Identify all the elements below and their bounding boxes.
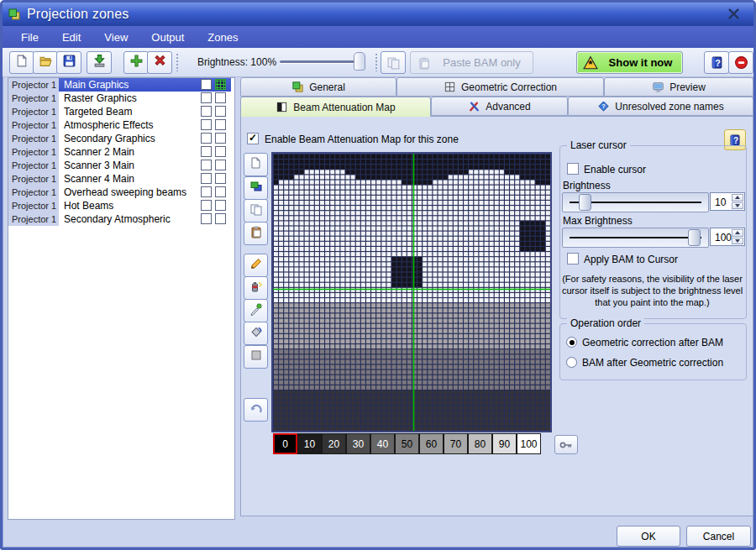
zone-checkbox-bam[interactable]	[215, 119, 226, 130]
palette-swatch[interactable]: 90	[492, 433, 517, 454]
zone-row[interactable]: Projector 1 Main Graphics	[8, 78, 234, 92]
zone-checkbox-bam[interactable]	[215, 160, 226, 170]
operation-order-option[interactable]: Geometric correction after BAM	[560, 334, 746, 354]
zone-row[interactable]: Projector 1 Targeted Beam	[8, 105, 234, 118]
tab-general[interactable]: General	[240, 77, 396, 97]
palette-swatch[interactable]: 60	[419, 433, 444, 454]
palette-swatch[interactable]: 70	[444, 433, 468, 454]
zone-checkbox-bam[interactable]	[215, 133, 226, 144]
pencil-tool-button[interactable]	[244, 254, 268, 277]
zone-checkbox-1[interactable]	[201, 106, 212, 117]
cancel-button[interactable]: Cancel	[686, 526, 751, 547]
copy-map-button[interactable]	[244, 199, 268, 223]
new-button[interactable]	[9, 51, 34, 74]
zone-checkbox-bam[interactable]	[215, 213, 226, 224]
undo-button[interactable]	[244, 398, 268, 422]
zone-checkbox-1[interactable]	[201, 173, 212, 184]
zone-row[interactable]: Projector 1 Atmospheric Effects	[8, 118, 234, 132]
toolbar-help-button[interactable]: ?	[704, 51, 729, 74]
add-zone-button[interactable]	[123, 51, 149, 74]
zone-checkbox-bam[interactable]	[215, 106, 226, 117]
cursor-brightness-thumb[interactable]	[579, 194, 591, 211]
paste-map-button[interactable]	[244, 222, 268, 245]
zone-checkbox-1[interactable]	[201, 200, 212, 211]
rectangle-tool-button[interactable]	[244, 345, 268, 369]
zone-checkbox-1[interactable]	[201, 133, 212, 144]
zone-row[interactable]: Projector 1 Scanner 3 Main	[8, 159, 234, 172]
radio-button[interactable]	[566, 357, 577, 368]
max-brightness-thumb[interactable]	[688, 229, 701, 246]
cursor-brightness-slider[interactable]	[562, 192, 709, 212]
close-button[interactable]	[722, 5, 745, 23]
zone-checkbox-bam[interactable]	[215, 173, 226, 184]
palette-swatch[interactable]: 10	[297, 433, 322, 454]
spin-down-button[interactable]	[732, 202, 743, 210]
menu-output[interactable]: Output	[143, 29, 192, 46]
master-brightness-slider[interactable]	[280, 60, 365, 63]
zone-checkbox-1[interactable]	[201, 146, 212, 157]
zone-checkbox-1[interactable]	[201, 119, 212, 130]
copy-bam-button[interactable]	[381, 51, 406, 74]
zone-checkbox-bam[interactable]	[215, 146, 226, 157]
palette-swatch[interactable]: 0	[273, 433, 297, 454]
paste-bam-only-button[interactable]: Paste BAM only	[410, 51, 533, 74]
fill-tool-button[interactable]	[244, 322, 268, 345]
operation-order-option[interactable]: BAM after Geometric correction	[560, 354, 746, 375]
enable-bam-checkbox[interactable]	[247, 133, 259, 144]
zone-row[interactable]: Projector 1 Scanner 2 Main	[8, 145, 234, 159]
spin-up-button[interactable]	[732, 229, 743, 237]
zone-row[interactable]: Projector 1 Overhead sweeping beams	[8, 186, 234, 199]
palette-swatch[interactable]: 30	[346, 433, 370, 454]
show-it-now-button[interactable]: * Show it now	[576, 51, 683, 74]
enable-cursor-checkbox[interactable]	[567, 163, 579, 175]
delete-zone-button[interactable]	[147, 51, 172, 74]
bam-grid-canvas[interactable]	[273, 154, 550, 431]
zone-row[interactable]: Projector 1 Hot Beams	[8, 199, 234, 212]
palette-swatch[interactable]: 50	[395, 433, 419, 454]
tab-geometric-correction[interactable]: Geometric Correction	[396, 77, 604, 97]
radio-button[interactable]	[566, 337, 577, 348]
ok-button[interactable]: OK	[617, 526, 680, 547]
zone-row[interactable]: Projector 1 Secondary Atmospheric	[8, 212, 234, 226]
menu-edit[interactable]: Edit	[54, 29, 89, 46]
zone-checkbox-bam[interactable]	[215, 186, 226, 197]
zone-checkbox-1[interactable]	[201, 213, 212, 224]
open-button[interactable]	[33, 51, 58, 74]
spin-up-button[interactable]	[732, 194, 743, 202]
zone-checkbox-1[interactable]	[201, 186, 212, 197]
export-button[interactable]	[87, 51, 112, 74]
tab-unresolved-zone-names[interactable]: ? Unresolved zone names	[568, 97, 753, 116]
zone-checkbox-bam[interactable]	[215, 200, 226, 211]
toolbar-grip[interactable]	[176, 53, 179, 71]
tab-preview[interactable]: Preview	[604, 77, 753, 97]
zone-checkbox-bam[interactable]	[215, 79, 226, 90]
title-bar[interactable]: Projection zones	[3, 3, 753, 27]
palette-swatch[interactable]: 20	[322, 433, 346, 454]
eyedropper-tool-button[interactable]	[244, 299, 268, 322]
zone-checkbox-1[interactable]	[201, 92, 212, 103]
tab-beam-attenuation-map[interactable]: Beam Attenuation Map	[240, 97, 431, 117]
tab-advanced[interactable]: Advanced	[431, 97, 568, 116]
copy-between-zones-button[interactable]	[244, 176, 268, 200]
palette-key-button[interactable]	[554, 435, 578, 454]
max-brightness-slider[interactable]	[562, 228, 709, 248]
zone-checkbox-1[interactable]	[201, 160, 212, 170]
palette-swatch[interactable]: 80	[468, 433, 492, 454]
zone-row[interactable]: Projector 1 Secondary Graphics	[8, 132, 234, 145]
zone-row[interactable]: Projector 1 Scanner 4 Main	[8, 172, 234, 186]
save-button[interactable]	[56, 51, 81, 74]
zone-row[interactable]: Projector 1 Raster Graphics	[8, 92, 234, 105]
clear-map-button[interactable]	[244, 153, 268, 176]
menu-file[interactable]: File	[13, 29, 47, 46]
master-brightness-thumb[interactable]	[354, 52, 365, 71]
apply-bam-cursor-checkbox[interactable]	[567, 253, 579, 265]
spin-down-button[interactable]	[732, 238, 743, 245]
max-brightness-spinner[interactable]: 100	[710, 228, 745, 246]
cursor-brightness-spinner[interactable]: 10	[710, 192, 745, 211]
zone-checkbox-1[interactable]	[201, 79, 212, 90]
menu-zones[interactable]: Zones	[199, 29, 246, 46]
menu-view[interactable]: View	[96, 29, 136, 46]
toolbar-grip[interactable]	[375, 53, 378, 71]
palette-swatch[interactable]: 40	[370, 433, 395, 454]
spray-tool-button[interactable]	[244, 276, 268, 300]
